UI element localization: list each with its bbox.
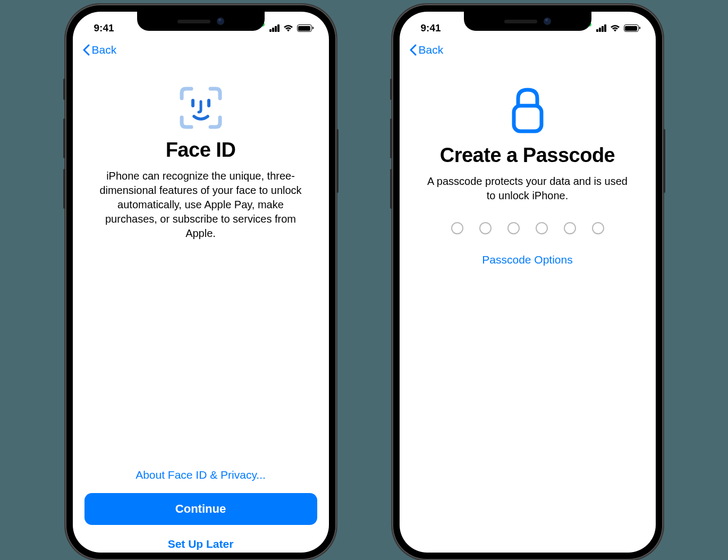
back-button[interactable]: Back xyxy=(409,44,444,56)
status-right xyxy=(587,22,639,34)
passcode-digit xyxy=(479,222,492,234)
page-body: iPhone can recognize the unique, three-d… xyxy=(88,169,314,241)
power-button xyxy=(336,129,338,193)
screen-right: 9:41 Back Create a Passcode A pas xyxy=(400,12,656,553)
silent-switch xyxy=(63,79,65,100)
page-title: Face ID xyxy=(88,139,314,162)
passcode-input[interactable] xyxy=(414,222,641,234)
notch xyxy=(137,12,265,31)
status-time: 9:41 xyxy=(94,22,114,34)
bottom-area: About Face ID & Privacy... Continue Set … xyxy=(73,469,329,553)
nav-bar: Back xyxy=(73,37,329,62)
passcode-digit xyxy=(536,222,548,234)
chevron-left-icon xyxy=(82,44,90,56)
volume-up-button xyxy=(390,118,392,158)
cellular-signal-icon xyxy=(596,24,606,32)
wifi-icon xyxy=(283,24,293,32)
passcode-options-button[interactable]: Passcode Options xyxy=(482,253,572,266)
volume-down-button xyxy=(63,169,65,209)
notch xyxy=(464,12,591,31)
page-title: Create a Passcode xyxy=(414,144,641,167)
front-camera xyxy=(544,18,551,25)
nav-bar: Back xyxy=(400,37,656,62)
screen-left: 9:41 Back xyxy=(73,12,329,553)
battery-icon xyxy=(297,24,312,32)
back-button[interactable]: Back xyxy=(82,44,117,56)
front-camera xyxy=(217,18,224,25)
status-time: 9:41 xyxy=(421,22,441,34)
back-label: Back xyxy=(419,44,444,56)
wifi-icon xyxy=(610,24,620,32)
page-body: A passcode protects your data and is use… xyxy=(414,174,641,203)
face-id-icon xyxy=(88,86,314,130)
battery-icon xyxy=(624,24,639,32)
iphone-right: 9:41 Back Create a Passcode A pas xyxy=(392,4,663,560)
content-right: Create a Passcode A passcode protects yo… xyxy=(400,62,656,277)
status-right xyxy=(260,22,312,34)
speaker xyxy=(177,20,210,23)
about-privacy-link[interactable]: About Face ID & Privacy... xyxy=(84,469,317,481)
content-left: Face ID iPhone can recognize the unique,… xyxy=(73,62,329,251)
volume-up-button xyxy=(63,118,65,158)
passcode-digit xyxy=(451,222,463,234)
passcode-digit xyxy=(507,222,520,234)
continue-button[interactable]: Continue xyxy=(84,493,317,525)
lock-icon xyxy=(414,86,641,135)
silent-switch xyxy=(390,79,392,100)
passcode-digit xyxy=(564,222,576,234)
speaker xyxy=(504,20,537,23)
cellular-signal-icon xyxy=(269,24,280,32)
iphone-left: 9:41 Back xyxy=(65,4,336,560)
power-button xyxy=(663,129,665,193)
svg-rect-2 xyxy=(514,106,541,131)
setup-later-button[interactable]: Set Up Later xyxy=(84,538,317,553)
passcode-digit xyxy=(592,222,604,234)
chevron-left-icon xyxy=(409,44,417,56)
volume-down-button xyxy=(390,169,392,209)
back-label: Back xyxy=(92,44,117,56)
